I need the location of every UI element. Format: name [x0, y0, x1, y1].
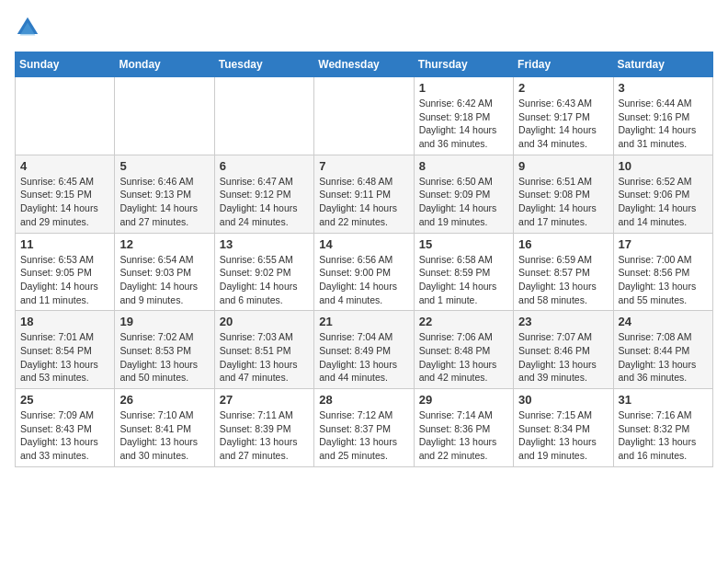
day-info: Sunrise: 7:15 AM Sunset: 8:34 PM Dayligh…: [518, 408, 608, 463]
day-info: Sunrise: 6:53 AM Sunset: 9:05 PM Dayligh…: [20, 253, 109, 307]
day-cell: 16Sunrise: 6:59 AM Sunset: 8:57 PM Dayli…: [514, 233, 613, 311]
week-row-3: 11Sunrise: 6:53 AM Sunset: 9:05 PM Dayli…: [16, 233, 713, 311]
day-number: 14: [319, 237, 408, 251]
day-cell: 4Sunrise: 6:45 AM Sunset: 9:15 PM Daylig…: [16, 155, 115, 233]
logo-icon: [15, 15, 40, 40]
day-info: Sunrise: 7:08 AM Sunset: 8:44 PM Dayligh…: [619, 330, 708, 385]
day-info: Sunrise: 6:46 AM Sunset: 9:13 PM Dayligh…: [119, 175, 209, 229]
day-info: Sunrise: 6:52 AM Sunset: 9:06 PM Dayligh…: [619, 175, 708, 229]
day-number: 12: [119, 237, 209, 251]
day-info: Sunrise: 6:55 AM Sunset: 9:02 PM Dayligh…: [220, 253, 309, 307]
day-number: 8: [419, 159, 508, 173]
day-number: 2: [518, 81, 608, 95]
day-number: 4: [20, 159, 109, 173]
day-number: 13: [220, 237, 309, 251]
day-number: 23: [518, 315, 608, 328]
day-number: 9: [518, 159, 608, 173]
day-cell: [214, 77, 313, 155]
day-cell: 19Sunrise: 7:02 AM Sunset: 8:53 PM Dayli…: [115, 311, 214, 389]
day-cell: 23Sunrise: 7:07 AM Sunset: 8:46 PM Dayli…: [514, 311, 613, 389]
day-cell: 31Sunrise: 7:16 AM Sunset: 8:32 PM Dayli…: [613, 389, 712, 467]
calendar-header-row: SundayMondayTuesdayWednesdayThursdayFrid…: [16, 52, 713, 77]
day-info: Sunrise: 6:50 AM Sunset: 9:09 PM Dayligh…: [419, 175, 508, 229]
day-number: 22: [419, 315, 508, 328]
day-number: 16: [518, 237, 608, 251]
day-info: Sunrise: 7:11 AM Sunset: 8:39 PM Dayligh…: [220, 408, 309, 463]
day-number: 6: [220, 159, 309, 173]
week-row-2: 4Sunrise: 6:45 AM Sunset: 9:15 PM Daylig…: [16, 155, 713, 233]
day-number: 1: [419, 81, 508, 95]
day-cell: 10Sunrise: 6:52 AM Sunset: 9:06 PM Dayli…: [613, 155, 712, 233]
day-cell: 6Sunrise: 6:47 AM Sunset: 9:12 PM Daylig…: [214, 155, 313, 233]
week-row-5: 25Sunrise: 7:09 AM Sunset: 8:43 PM Dayli…: [16, 389, 713, 467]
day-info: Sunrise: 7:16 AM Sunset: 8:32 PM Dayligh…: [619, 408, 708, 463]
day-info: Sunrise: 7:04 AM Sunset: 8:49 PM Dayligh…: [319, 330, 408, 385]
day-number: 17: [619, 237, 708, 251]
day-info: Sunrise: 7:07 AM Sunset: 8:46 PM Dayligh…: [518, 330, 608, 385]
day-cell: 27Sunrise: 7:11 AM Sunset: 8:39 PM Dayli…: [214, 389, 313, 467]
day-info: Sunrise: 6:59 AM Sunset: 8:57 PM Dayligh…: [518, 253, 608, 307]
day-info: Sunrise: 7:06 AM Sunset: 8:48 PM Dayligh…: [419, 330, 508, 385]
day-cell: 5Sunrise: 6:46 AM Sunset: 9:13 PM Daylig…: [115, 155, 214, 233]
day-cell: 24Sunrise: 7:08 AM Sunset: 8:44 PM Dayli…: [613, 311, 712, 389]
day-info: Sunrise: 7:03 AM Sunset: 8:51 PM Dayligh…: [220, 330, 309, 385]
day-info: Sunrise: 7:00 AM Sunset: 8:56 PM Dayligh…: [619, 253, 708, 307]
day-number: 20: [220, 315, 309, 328]
day-info: Sunrise: 7:01 AM Sunset: 8:54 PM Dayligh…: [20, 330, 109, 385]
day-info: Sunrise: 6:51 AM Sunset: 9:08 PM Dayligh…: [518, 175, 608, 229]
day-number: 26: [119, 393, 209, 407]
day-cell: 26Sunrise: 7:10 AM Sunset: 8:41 PM Dayli…: [115, 389, 214, 467]
day-header-tuesday: Tuesday: [214, 52, 313, 77]
day-info: Sunrise: 7:14 AM Sunset: 8:36 PM Dayligh…: [419, 408, 508, 463]
day-number: 30: [518, 393, 608, 407]
day-cell: 30Sunrise: 7:15 AM Sunset: 8:34 PM Dayli…: [514, 389, 613, 467]
day-info: Sunrise: 6:45 AM Sunset: 9:15 PM Dayligh…: [20, 175, 109, 229]
day-cell: 7Sunrise: 6:48 AM Sunset: 9:11 PM Daylig…: [314, 155, 414, 233]
day-cell: [314, 77, 414, 155]
day-number: 11: [20, 237, 109, 251]
day-info: Sunrise: 6:42 AM Sunset: 9:18 PM Dayligh…: [419, 97, 508, 151]
day-info: Sunrise: 7:09 AM Sunset: 8:43 PM Dayligh…: [20, 408, 109, 463]
day-header-wednesday: Wednesday: [314, 52, 414, 77]
day-info: Sunrise: 7:02 AM Sunset: 8:53 PM Dayligh…: [119, 330, 209, 385]
day-number: 15: [419, 237, 508, 251]
day-number: 28: [319, 393, 408, 407]
day-number: 18: [20, 315, 109, 328]
day-number: 25: [20, 393, 109, 407]
day-info: Sunrise: 6:43 AM Sunset: 9:17 PM Dayligh…: [518, 97, 608, 151]
day-cell: 28Sunrise: 7:12 AM Sunset: 8:37 PM Dayli…: [314, 389, 414, 467]
day-number: 7: [319, 159, 408, 173]
day-cell: 2Sunrise: 6:43 AM Sunset: 9:17 PM Daylig…: [514, 77, 613, 155]
day-cell: 17Sunrise: 7:00 AM Sunset: 8:56 PM Dayli…: [613, 233, 712, 311]
day-cell: 13Sunrise: 6:55 AM Sunset: 9:02 PM Dayli…: [214, 233, 313, 311]
day-cell: 18Sunrise: 7:01 AM Sunset: 8:54 PM Dayli…: [16, 311, 115, 389]
day-number: 24: [619, 315, 708, 328]
week-row-4: 18Sunrise: 7:01 AM Sunset: 8:54 PM Dayli…: [16, 311, 713, 389]
day-cell: 9Sunrise: 6:51 AM Sunset: 9:08 PM Daylig…: [514, 155, 613, 233]
day-number: 19: [119, 315, 209, 328]
day-cell: [115, 77, 214, 155]
day-header-saturday: Saturday: [613, 52, 712, 77]
day-cell: 3Sunrise: 6:44 AM Sunset: 9:16 PM Daylig…: [613, 77, 712, 155]
day-number: 5: [119, 159, 209, 173]
day-header-monday: Monday: [115, 52, 214, 77]
day-number: 29: [419, 393, 508, 407]
day-number: 31: [619, 393, 708, 407]
day-cell: 14Sunrise: 6:56 AM Sunset: 9:00 PM Dayli…: [314, 233, 414, 311]
day-header-friday: Friday: [514, 52, 613, 77]
logo: [15, 15, 44, 40]
day-number: 3: [619, 81, 708, 95]
day-cell: 20Sunrise: 7:03 AM Sunset: 8:51 PM Dayli…: [214, 311, 313, 389]
day-cell: 15Sunrise: 6:58 AM Sunset: 8:59 PM Dayli…: [414, 233, 513, 311]
day-info: Sunrise: 6:47 AM Sunset: 9:12 PM Dayligh…: [220, 175, 309, 229]
day-info: Sunrise: 6:54 AM Sunset: 9:03 PM Dayligh…: [119, 253, 209, 307]
day-info: Sunrise: 6:56 AM Sunset: 9:00 PM Dayligh…: [319, 253, 408, 307]
day-cell: 1Sunrise: 6:42 AM Sunset: 9:18 PM Daylig…: [414, 77, 513, 155]
day-cell: 8Sunrise: 6:50 AM Sunset: 9:09 PM Daylig…: [414, 155, 513, 233]
day-cell: 29Sunrise: 7:14 AM Sunset: 8:36 PM Dayli…: [414, 389, 513, 467]
day-info: Sunrise: 6:48 AM Sunset: 9:11 PM Dayligh…: [319, 175, 408, 229]
day-info: Sunrise: 7:12 AM Sunset: 8:37 PM Dayligh…: [319, 408, 408, 463]
day-cell: 25Sunrise: 7:09 AM Sunset: 8:43 PM Dayli…: [16, 389, 115, 467]
day-number: 21: [319, 315, 408, 328]
day-info: Sunrise: 7:10 AM Sunset: 8:41 PM Dayligh…: [119, 408, 209, 463]
